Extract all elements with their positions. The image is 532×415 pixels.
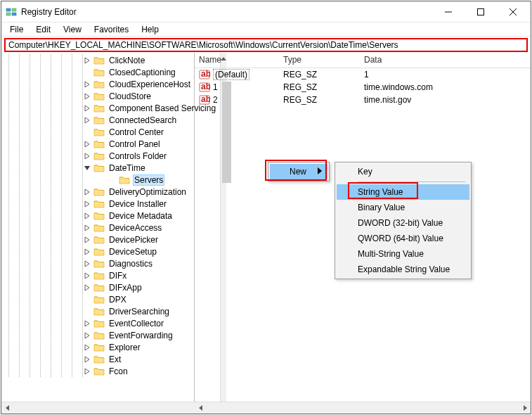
minimize-button[interactable] (432, 1, 465, 23)
folder-icon (93, 330, 105, 341)
folder-icon (93, 162, 105, 174)
chevron-right-icon[interactable] (82, 344, 92, 351)
tree-item[interactable]: DIFx (1, 269, 220, 281)
menu-edit[interactable]: Edit (30, 23, 56, 36)
tree-item[interactable]: ClosedCaptioning (1, 66, 220, 78)
chevron-right-icon[interactable] (82, 57, 92, 64)
chevron-right-icon[interactable] (82, 141, 92, 148)
list-horizontal-scrollbar[interactable] (195, 402, 531, 414)
chevron-right-icon[interactable] (82, 332, 92, 339)
chevron-right-icon[interactable] (82, 284, 92, 291)
chevron-right-icon[interactable] (82, 153, 92, 160)
tree-horizontal-scrollbar[interactable] (1, 402, 220, 414)
tree-item[interactable]: DateTime (1, 162, 220, 174)
tree-item[interactable]: Fcon (1, 365, 220, 377)
value-data: 1 (360, 70, 531, 79)
chevron-right-icon[interactable] (82, 224, 92, 231)
address-input[interactable] (8, 40, 524, 50)
tree-item[interactable]: Component Based Servicing (1, 102, 220, 114)
context-menu-item[interactable]: Expandable String Value (337, 262, 469, 277)
tree-pane[interactable]: ClickNoteClosedCaptioningCloudExperience… (1, 53, 220, 402)
tree-item[interactable]: Control Panel (1, 138, 220, 150)
svg-rect-1 (12, 8, 16, 11)
menu-view[interactable]: View (58, 23, 87, 36)
tree-item[interactable]: DevicePicker (1, 234, 220, 245)
tree-item[interactable]: CloudStore (1, 90, 220, 102)
svg-rect-0 (6, 8, 11, 11)
context-menu-item[interactable]: Key (337, 164, 469, 179)
context-submenu-new[interactable]: KeyString ValueBinary ValueDWORD (32-bit… (335, 162, 472, 279)
tree-item[interactable]: Servers (1, 174, 220, 186)
chevron-right-icon[interactable] (82, 117, 92, 124)
column-header-name[interactable]: Name (195, 53, 279, 68)
tree-item[interactable]: DeliveryOptimization (1, 186, 220, 198)
svg-marker-24 (85, 285, 89, 290)
tree-item[interactable]: CloudExperienceHost (1, 78, 220, 90)
close-button[interactable] (497, 1, 529, 23)
tree-item-label: DIFxApp (108, 283, 143, 293)
tree-item[interactable]: DeviceAccess (1, 222, 220, 234)
chevron-right-icon[interactable] (82, 260, 92, 267)
tree-item[interactable]: DriverSearching (1, 305, 220, 317)
svg-marker-12 (85, 117, 89, 123)
chevron-right-icon[interactable] (82, 320, 92, 327)
tree-item[interactable]: Ext (1, 353, 220, 365)
chevron-right-icon[interactable] (82, 236, 92, 243)
context-menu-new[interactable]: New (268, 162, 330, 181)
column-header-data[interactable]: Data (360, 53, 531, 68)
context-menu-item[interactable]: QWORD (64-bit) Value (337, 231, 469, 246)
menu-favorites[interactable]: Favorites (89, 23, 134, 36)
chevron-right-icon[interactable] (82, 368, 92, 375)
chevron-down-icon[interactable] (82, 165, 92, 172)
chevron-right-icon[interactable] (82, 105, 92, 112)
context-menu-item[interactable]: String Value (337, 184, 469, 200)
context-menu-item[interactable]: Multi-String Value (337, 246, 469, 262)
chevron-right-icon[interactable] (82, 272, 92, 279)
svg-marker-20 (85, 237, 89, 243)
svg-marker-42 (524, 405, 527, 411)
tree-item[interactable]: ConnectedSearch (1, 114, 220, 126)
list-row[interactable]: ab1REG_SZtime.windows.com (195, 81, 531, 94)
values-list-pane[interactable]: Name Type Data ab(Default)REG_SZ1ab1REG_… (195, 53, 531, 402)
tree-item[interactable]: ClickNote (1, 54, 220, 66)
menu-file[interactable]: File (4, 23, 29, 36)
tree-item[interactable]: DPX (1, 293, 220, 305)
tree-item[interactable]: DIFxApp (1, 281, 220, 293)
chevron-right-icon[interactable] (82, 200, 92, 208)
context-menu-item[interactable]: Binary Value (337, 200, 469, 215)
chevron-right-icon[interactable] (82, 212, 92, 219)
tree-item[interactable]: Controls Folder (1, 150, 220, 162)
tree-item-label: Controls Folder (108, 151, 168, 161)
scroll-right-icon[interactable] (519, 402, 531, 414)
menu-help[interactable]: Help (136, 23, 164, 36)
tree-item[interactable]: Control Center (1, 126, 220, 138)
tree-item[interactable]: Diagnostics (1, 257, 220, 269)
tree-item[interactable]: Device Metadata (1, 210, 220, 222)
value-type: REG_SZ (279, 95, 360, 105)
column-header-type[interactable]: Type (279, 53, 360, 68)
list-row[interactable]: ab(Default)REG_SZ1 (195, 68, 531, 81)
folder-icon (93, 282, 105, 293)
tree-item[interactable]: Explorer (1, 341, 220, 353)
tree-item[interactable]: EventCollector (1, 317, 220, 329)
tree-item[interactable]: DeviceSetup (1, 245, 220, 257)
svg-rect-2 (6, 13, 11, 15)
tree-item[interactable]: Device Installer (1, 198, 220, 210)
list-row[interactable]: ab2REG_SZtime.nist.gov (195, 94, 531, 106)
chevron-right-icon[interactable] (82, 248, 92, 255)
tree-item-label: CloudExperienceHost (108, 79, 192, 89)
context-menu-item[interactable]: DWORD (32-bit) Value (337, 215, 469, 231)
chevron-right-icon[interactable] (82, 93, 92, 100)
tree-item[interactable]: EventForwarding (1, 329, 220, 341)
address-bar[interactable] (4, 38, 528, 52)
scroll-left-icon[interactable] (1, 402, 13, 414)
tree-item-label: DeviceAccess (108, 223, 163, 233)
chevron-right-icon[interactable] (82, 189, 92, 196)
context-menu-item-new[interactable]: New (270, 164, 327, 179)
svg-marker-26 (85, 333, 89, 338)
chevron-right-icon[interactable] (82, 356, 92, 363)
maximize-button[interactable] (465, 1, 497, 23)
tree-item-label: ClickNote (108, 56, 146, 65)
tree-item-label: Explorer (108, 343, 142, 352)
chevron-right-icon[interactable] (82, 81, 92, 88)
